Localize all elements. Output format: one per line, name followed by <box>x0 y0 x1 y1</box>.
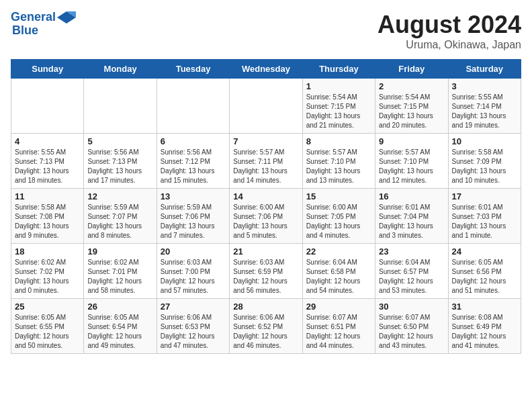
logo-text: General <box>11 11 56 24</box>
cell-info-text: Sunrise: 5:57 AMSunset: 7:10 PMDaylight:… <box>306 148 371 185</box>
cell-day-number: 4 <box>15 136 80 146</box>
calendar-cell: 31Sunrise: 6:08 AMSunset: 6:49 PMDayligh… <box>448 299 521 354</box>
calendar-cell: 24Sunrise: 6:05 AMSunset: 6:56 PMDayligh… <box>448 244 521 299</box>
calendar-cell: 29Sunrise: 6:07 AMSunset: 6:51 PMDayligh… <box>302 299 375 354</box>
cell-day-number: 28 <box>233 302 298 312</box>
cell-day-number: 29 <box>306 302 371 312</box>
logo-bird-icon <box>57 11 76 24</box>
weekday-header-monday: Monday <box>84 60 157 79</box>
calendar-cell <box>230 79 302 134</box>
cell-day-number: 20 <box>161 246 226 257</box>
calendar-cell: 27Sunrise: 6:06 AMSunset: 6:53 PMDayligh… <box>157 299 229 354</box>
calendar-week-row: 11Sunrise: 5:58 AMSunset: 7:08 PMDayligh… <box>11 189 521 244</box>
calendar-cell: 8Sunrise: 5:57 AMSunset: 7:10 PMDaylight… <box>302 134 375 189</box>
cell-info-text: Sunrise: 5:58 AMSunset: 7:09 PMDaylight:… <box>452 148 517 185</box>
cell-day-number: 1 <box>306 81 371 91</box>
cell-info-text: Sunrise: 6:04 AMSunset: 6:57 PMDaylight:… <box>379 258 444 295</box>
cell-info-text: Sunrise: 5:59 AMSunset: 7:06 PMDaylight:… <box>161 203 226 240</box>
cell-day-number: 2 <box>379 81 444 91</box>
cell-day-number: 6 <box>161 136 226 146</box>
title-block: August 2024 Uruma, Okinawa, Japan <box>378 11 521 51</box>
cell-info-text: Sunrise: 6:01 AMSunset: 7:03 PMDaylight:… <box>452 203 517 240</box>
cell-info-text: Sunrise: 6:08 AMSunset: 6:49 PMDaylight:… <box>452 313 517 351</box>
cell-info-text: Sunrise: 6:07 AMSunset: 6:50 PMDaylight:… <box>379 313 444 351</box>
calendar-week-row: 4Sunrise: 5:55 AMSunset: 7:13 PMDaylight… <box>11 134 521 189</box>
cell-day-number: 17 <box>452 191 517 201</box>
cell-day-number: 8 <box>306 136 371 146</box>
cell-info-text: Sunrise: 6:04 AMSunset: 6:58 PMDaylight:… <box>306 258 371 295</box>
cell-info-text: Sunrise: 6:02 AMSunset: 7:01 PMDaylight:… <box>87 258 152 295</box>
calendar-cell: 14Sunrise: 6:00 AMSunset: 7:06 PMDayligh… <box>230 189 302 244</box>
cell-day-number: 15 <box>306 191 371 201</box>
cell-info-text: Sunrise: 6:00 AMSunset: 7:05 PMDaylight:… <box>306 203 371 240</box>
cell-info-text: Sunrise: 6:00 AMSunset: 7:06 PMDaylight:… <box>233 203 298 240</box>
cell-day-number: 7 <box>233 136 298 146</box>
cell-day-number: 22 <box>306 246 371 257</box>
page-header: General Blue August 2024 Uruma, Okinawa,… <box>11 11 521 51</box>
cell-info-text: Sunrise: 6:03 AMSunset: 6:59 PMDaylight:… <box>233 258 298 295</box>
weekday-header-sunday: Sunday <box>11 60 84 79</box>
cell-day-number: 23 <box>379 246 444 257</box>
calendar-cell: 16Sunrise: 6:01 AMSunset: 7:04 PMDayligh… <box>375 189 448 244</box>
cell-day-number: 24 <box>452 246 517 257</box>
weekday-header-saturday: Saturday <box>448 60 521 79</box>
calendar-cell: 12Sunrise: 5:59 AMSunset: 7:07 PMDayligh… <box>84 189 157 244</box>
calendar-cell: 11Sunrise: 5:58 AMSunset: 7:08 PMDayligh… <box>11 189 84 244</box>
cell-day-number: 5 <box>87 136 152 146</box>
calendar-cell: 9Sunrise: 5:57 AMSunset: 7:10 PMDaylight… <box>375 134 448 189</box>
cell-info-text: Sunrise: 5:56 AMSunset: 7:12 PMDaylight:… <box>161 148 226 185</box>
calendar-table: SundayMondayTuesdayWednesdayThursdayFrid… <box>11 59 521 354</box>
calendar-week-row: 25Sunrise: 6:05 AMSunset: 6:55 PMDayligh… <box>11 299 521 354</box>
cell-info-text: Sunrise: 5:58 AMSunset: 7:08 PMDaylight:… <box>15 203 80 240</box>
cell-day-number: 9 <box>379 136 444 146</box>
page-subtitle: Uruma, Okinawa, Japan <box>378 39 521 51</box>
cell-info-text: Sunrise: 5:56 AMSunset: 7:13 PMDaylight:… <box>87 148 152 185</box>
cell-day-number: 13 <box>161 191 226 201</box>
cell-info-text: Sunrise: 6:06 AMSunset: 6:53 PMDaylight:… <box>161 313 226 351</box>
calendar-cell: 22Sunrise: 6:04 AMSunset: 6:58 PMDayligh… <box>302 244 375 299</box>
cell-day-number: 11 <box>15 191 80 201</box>
calendar-header: SundayMondayTuesdayWednesdayThursdayFrid… <box>11 60 521 79</box>
cell-info-text: Sunrise: 5:57 AMSunset: 7:11 PMDaylight:… <box>233 148 298 185</box>
cell-info-text: Sunrise: 6:05 AMSunset: 6:54 PMDaylight:… <box>87 313 152 351</box>
cell-info-text: Sunrise: 5:57 AMSunset: 7:10 PMDaylight:… <box>379 148 444 185</box>
calendar-cell: 3Sunrise: 5:55 AMSunset: 7:14 PMDaylight… <box>448 79 521 134</box>
cell-day-number: 27 <box>161 302 226 312</box>
calendar-cell: 18Sunrise: 6:02 AMSunset: 7:02 PMDayligh… <box>11 244 84 299</box>
calendar-cell: 17Sunrise: 6:01 AMSunset: 7:03 PMDayligh… <box>448 189 521 244</box>
weekday-header-friday: Friday <box>375 60 448 79</box>
cell-day-number: 12 <box>87 191 152 201</box>
cell-info-text: Sunrise: 5:55 AMSunset: 7:14 PMDaylight:… <box>452 93 517 130</box>
calendar-cell: 2Sunrise: 5:54 AMSunset: 7:15 PMDaylight… <box>375 79 448 134</box>
calendar-cell: 4Sunrise: 5:55 AMSunset: 7:13 PMDaylight… <box>11 134 84 189</box>
calendar-week-row: 18Sunrise: 6:02 AMSunset: 7:02 PMDayligh… <box>11 244 521 299</box>
calendar-cell: 28Sunrise: 6:06 AMSunset: 6:52 PMDayligh… <box>230 299 302 354</box>
cell-info-text: Sunrise: 5:59 AMSunset: 7:07 PMDaylight:… <box>87 203 152 240</box>
calendar-cell: 25Sunrise: 6:05 AMSunset: 6:55 PMDayligh… <box>11 299 84 354</box>
calendar-cell <box>157 79 229 134</box>
logo-blue-text: Blue <box>12 24 38 37</box>
calendar-cell: 19Sunrise: 6:02 AMSunset: 7:01 PMDayligh… <box>84 244 157 299</box>
cell-day-number: 3 <box>452 81 517 91</box>
cell-day-number: 26 <box>87 302 152 312</box>
cell-info-text: Sunrise: 6:05 AMSunset: 6:55 PMDaylight:… <box>15 313 80 351</box>
cell-info-text: Sunrise: 6:07 AMSunset: 6:51 PMDaylight:… <box>306 313 371 351</box>
cell-info-text: Sunrise: 6:03 AMSunset: 7:00 PMDaylight:… <box>161 258 226 295</box>
weekday-header-row: SundayMondayTuesdayWednesdayThursdayFrid… <box>11 60 521 79</box>
calendar-cell <box>11 79 84 134</box>
page-title: August 2024 <box>378 11 521 39</box>
cell-day-number: 30 <box>379 302 444 312</box>
cell-info-text: Sunrise: 5:54 AMSunset: 7:15 PMDaylight:… <box>306 93 371 130</box>
cell-info-text: Sunrise: 6:01 AMSunset: 7:04 PMDaylight:… <box>379 203 444 240</box>
cell-info-text: Sunrise: 5:54 AMSunset: 7:15 PMDaylight:… <box>379 93 444 130</box>
logo: General Blue <box>11 11 76 38</box>
cell-day-number: 14 <box>233 191 298 201</box>
calendar-cell: 6Sunrise: 5:56 AMSunset: 7:12 PMDaylight… <box>157 134 229 189</box>
cell-info-text: Sunrise: 6:05 AMSunset: 6:56 PMDaylight:… <box>452 258 517 295</box>
calendar-cell: 13Sunrise: 5:59 AMSunset: 7:06 PMDayligh… <box>157 189 229 244</box>
cell-day-number: 18 <box>15 246 80 257</box>
calendar-body: 1Sunrise: 5:54 AMSunset: 7:15 PMDaylight… <box>11 79 521 354</box>
cell-day-number: 21 <box>233 246 298 257</box>
calendar-cell: 10Sunrise: 5:58 AMSunset: 7:09 PMDayligh… <box>448 134 521 189</box>
calendar-cell: 1Sunrise: 5:54 AMSunset: 7:15 PMDaylight… <box>302 79 375 134</box>
